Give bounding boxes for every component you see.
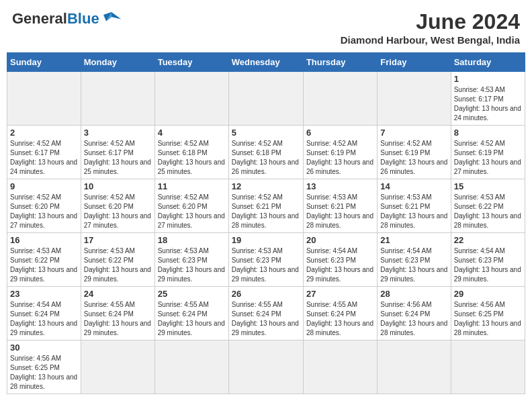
day-info: Sunrise: 4:55 AM Sunset: 6:24 PM Dayligh… [158, 300, 226, 338]
calendar-cell: 8Sunrise: 4:52 AM Sunset: 6:19 PM Daylig… [451, 126, 525, 179]
weekday-header-thursday: Thursday [303, 53, 377, 72]
calendar-cell [303, 340, 377, 394]
calendar-cell: 9Sunrise: 4:52 AM Sunset: 6:20 PM Daylig… [7, 179, 81, 233]
calendar-cell [228, 340, 303, 394]
calendar-cell: 27Sunrise: 4:55 AM Sunset: 6:24 PM Dayli… [303, 287, 377, 340]
calendar-cell: 4Sunrise: 4:52 AM Sunset: 6:18 PM Daylig… [154, 126, 228, 179]
weekday-header-monday: Monday [81, 53, 154, 72]
calendar-cell [154, 340, 228, 394]
calendar-cell [81, 340, 154, 394]
day-info: Sunrise: 4:53 AM Sunset: 6:22 PM Dayligh… [84, 246, 152, 284]
calendar-week-row: 9Sunrise: 4:52 AM Sunset: 6:20 PM Daylig… [7, 179, 525, 233]
day-number: 30 [10, 342, 78, 353]
day-number: 22 [454, 235, 522, 245]
calendar-cell: 29Sunrise: 4:56 AM Sunset: 6:25 PM Dayli… [451, 287, 525, 340]
day-info: Sunrise: 4:52 AM Sunset: 6:18 PM Dayligh… [158, 139, 226, 177]
day-info: Sunrise: 4:53 AM Sunset: 6:23 PM Dayligh… [158, 246, 226, 284]
calendar-cell [154, 72, 228, 126]
day-number: 25 [158, 289, 226, 299]
day-info: Sunrise: 4:55 AM Sunset: 6:24 PM Dayligh… [84, 300, 152, 338]
day-number: 7 [380, 128, 447, 138]
calendar-cell: 14Sunrise: 4:53 AM Sunset: 6:21 PM Dayli… [378, 179, 451, 233]
calendar-cell [378, 340, 451, 394]
day-info: Sunrise: 4:56 AM Sunset: 6:25 PM Dayligh… [454, 300, 522, 338]
day-number: 11 [158, 181, 226, 191]
day-info: Sunrise: 4:53 AM Sunset: 6:17 PM Dayligh… [454, 85, 522, 123]
weekday-header-tuesday: Tuesday [154, 53, 228, 72]
day-info: Sunrise: 4:52 AM Sunset: 6:19 PM Dayligh… [306, 139, 374, 177]
month-year-title: June 2024 [341, 9, 520, 34]
calendar-cell: 25Sunrise: 4:55 AM Sunset: 6:24 PM Dayli… [154, 287, 228, 340]
calendar-cell: 20Sunrise: 4:54 AM Sunset: 6:23 PM Dayli… [303, 233, 377, 287]
page-header: GeneralBlue June 2024 Diamond Harbour, W… [7, 7, 525, 48]
day-number: 5 [232, 128, 300, 138]
day-info: Sunrise: 4:52 AM Sunset: 6:19 PM Dayligh… [454, 139, 522, 177]
day-number: 3 [84, 128, 152, 138]
day-number: 15 [454, 181, 522, 191]
day-info: Sunrise: 4:54 AM Sunset: 6:23 PM Dayligh… [454, 246, 522, 284]
calendar-cell [378, 72, 451, 126]
day-info: Sunrise: 4:52 AM Sunset: 6:20 PM Dayligh… [10, 193, 78, 230]
calendar-cell [228, 72, 303, 126]
calendar-cell: 5Sunrise: 4:52 AM Sunset: 6:18 PM Daylig… [228, 126, 303, 179]
day-info: Sunrise: 4:55 AM Sunset: 6:24 PM Dayligh… [232, 300, 300, 338]
calendar-cell: 23Sunrise: 4:54 AM Sunset: 6:24 PM Dayli… [7, 287, 81, 340]
day-info: Sunrise: 4:52 AM Sunset: 6:17 PM Dayligh… [10, 139, 78, 177]
day-number: 4 [158, 128, 226, 138]
weekday-header-wednesday: Wednesday [228, 53, 303, 72]
day-info: Sunrise: 4:52 AM Sunset: 6:19 PM Dayligh… [380, 139, 447, 177]
logo-bird-icon [101, 9, 122, 28]
calendar-cell: 6Sunrise: 4:52 AM Sunset: 6:19 PM Daylig… [303, 126, 377, 179]
day-info: Sunrise: 4:52 AM Sunset: 6:21 PM Dayligh… [232, 193, 300, 230]
calendar-cell: 17Sunrise: 4:53 AM Sunset: 6:22 PM Dayli… [81, 233, 154, 287]
calendar-cell: 7Sunrise: 4:52 AM Sunset: 6:19 PM Daylig… [378, 126, 451, 179]
calendar-cell: 19Sunrise: 4:53 AM Sunset: 6:23 PM Dayli… [228, 233, 303, 287]
calendar-cell: 22Sunrise: 4:54 AM Sunset: 6:23 PM Dayli… [451, 233, 525, 287]
logo: GeneralBlue [12, 9, 122, 28]
calendar-cell: 28Sunrise: 4:56 AM Sunset: 6:24 PM Dayli… [378, 287, 451, 340]
day-info: Sunrise: 4:52 AM Sunset: 6:18 PM Dayligh… [232, 139, 300, 177]
calendar-week-row: 30Sunrise: 4:56 AM Sunset: 6:25 PM Dayli… [7, 340, 525, 394]
calendar-week-row: 23Sunrise: 4:54 AM Sunset: 6:24 PM Dayli… [7, 287, 525, 340]
title-block: June 2024 Diamond Harbour, West Bengal, … [341, 9, 520, 46]
day-number: 6 [306, 128, 374, 138]
calendar-week-row: 2Sunrise: 4:52 AM Sunset: 6:17 PM Daylig… [7, 126, 525, 179]
calendar-cell [451, 340, 525, 394]
day-info: Sunrise: 4:54 AM Sunset: 6:24 PM Dayligh… [10, 300, 78, 338]
day-info: Sunrise: 4:52 AM Sunset: 6:20 PM Dayligh… [158, 193, 226, 230]
calendar-cell [303, 72, 377, 126]
calendar-cell: 18Sunrise: 4:53 AM Sunset: 6:23 PM Dayli… [154, 233, 228, 287]
day-number: 1 [454, 74, 522, 84]
day-number: 8 [454, 128, 522, 138]
calendar-cell: 21Sunrise: 4:54 AM Sunset: 6:23 PM Dayli… [378, 233, 451, 287]
day-info: Sunrise: 4:55 AM Sunset: 6:24 PM Dayligh… [306, 300, 374, 338]
day-number: 27 [306, 289, 374, 299]
calendar-cell: 3Sunrise: 4:52 AM Sunset: 6:17 PM Daylig… [81, 126, 154, 179]
day-number: 23 [10, 289, 78, 299]
svg-marker-0 [103, 12, 121, 21]
day-number: 16 [10, 235, 78, 245]
day-number: 14 [380, 181, 447, 191]
day-number: 13 [306, 181, 374, 191]
calendar-cell: 30Sunrise: 4:56 AM Sunset: 6:25 PM Dayli… [7, 340, 81, 394]
weekday-header-friday: Friday [378, 53, 451, 72]
calendar-cell [81, 72, 154, 126]
calendar-cell: 13Sunrise: 4:53 AM Sunset: 6:21 PM Dayli… [303, 179, 377, 233]
day-number: 28 [380, 289, 447, 299]
calendar-week-row: 16Sunrise: 4:53 AM Sunset: 6:22 PM Dayli… [7, 233, 525, 287]
day-number: 19 [232, 235, 300, 245]
day-info: Sunrise: 4:53 AM Sunset: 6:23 PM Dayligh… [232, 246, 300, 284]
day-number: 21 [380, 235, 447, 245]
day-info: Sunrise: 4:53 AM Sunset: 6:21 PM Dayligh… [380, 193, 447, 230]
day-number: 9 [10, 181, 78, 191]
day-info: Sunrise: 4:53 AM Sunset: 6:22 PM Dayligh… [454, 193, 522, 230]
day-info: Sunrise: 4:56 AM Sunset: 6:25 PM Dayligh… [10, 354, 78, 392]
calendar-cell: 10Sunrise: 4:52 AM Sunset: 6:20 PM Dayli… [81, 179, 154, 233]
day-info: Sunrise: 4:53 AM Sunset: 6:22 PM Dayligh… [10, 246, 78, 284]
day-number: 29 [454, 289, 522, 299]
day-number: 20 [306, 235, 374, 245]
day-number: 18 [158, 235, 226, 245]
day-number: 2 [10, 128, 78, 138]
day-info: Sunrise: 4:53 AM Sunset: 6:21 PM Dayligh… [306, 193, 374, 230]
location-subtitle: Diamond Harbour, West Bengal, India [341, 34, 520, 46]
